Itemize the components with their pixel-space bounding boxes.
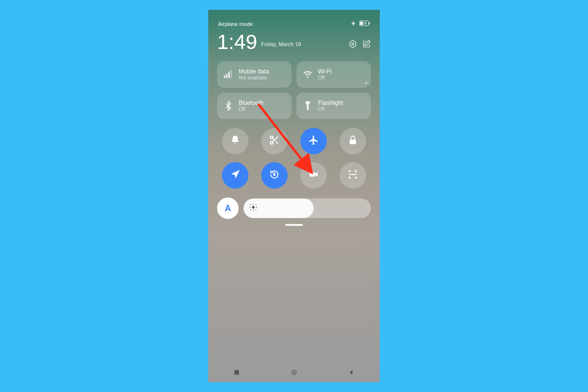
wifi-icon (302, 69, 313, 80)
tile-sub: Not available (239, 75, 269, 81)
signal-icon (223, 69, 234, 80)
svg-point-10 (307, 77, 308, 78)
brightness-icon (249, 203, 257, 213)
svg-rect-8 (228, 72, 230, 78)
brightness-fill (244, 198, 314, 218)
svg-line-23 (256, 210, 256, 210)
tile-title: Wi-Fi (318, 68, 332, 75)
status-bar: Airplane mode 28 (217, 19, 371, 32)
tile-title: Mobile data (239, 68, 269, 75)
svg-point-11 (270, 136, 273, 139)
svg-rect-9 (231, 70, 232, 78)
edit-icon[interactable] (362, 40, 371, 50)
tile-mobile-data[interactable]: Mobile data Not available (217, 61, 292, 88)
brightness-row: A (217, 197, 371, 219)
tile-sub: Off (239, 106, 264, 112)
bell-icon (230, 135, 241, 147)
tile-title: Flashlight (318, 99, 343, 106)
svg-rect-13 (350, 140, 356, 144)
tile-sub: Off (318, 75, 332, 81)
bluetooth-icon (223, 100, 234, 111)
tile-wifi[interactable]: Wi-Fi Off (296, 61, 371, 88)
auto-brightness-button[interactable]: A (217, 197, 239, 219)
brightness-slider[interactable] (244, 198, 371, 218)
svg-line-24 (256, 204, 256, 205)
svg-rect-7 (226, 74, 227, 78)
tile-screenshot[interactable] (261, 128, 288, 154)
status-icons: 28 (351, 21, 370, 27)
scan-icon (347, 169, 358, 182)
large-tiles: Mobile data Not available Wi-Fi Off Bl (217, 61, 371, 119)
svg-marker-31 (349, 370, 352, 374)
nav-back-button[interactable] (347, 368, 356, 377)
lock-icon (347, 135, 358, 147)
rotate-lock-icon (269, 169, 280, 182)
tile-airplane[interactable] (300, 128, 327, 154)
control-center: Airplane mode 28 1:49 Frida (208, 10, 380, 226)
svg-marker-4 (350, 41, 356, 48)
svg-point-30 (293, 371, 295, 373)
tile-flashlight[interactable]: Flashlight Off (296, 93, 371, 119)
phone-screenshot: Airplane mode 28 1:49 Frida (208, 10, 380, 382)
airplane-status-icon (351, 21, 356, 27)
svg-rect-15 (310, 172, 315, 176)
tile-rotation-lock[interactable] (261, 162, 288, 189)
navigate-icon (230, 169, 241, 182)
drag-handle[interactable] (285, 224, 303, 226)
tile-scanner[interactable] (340, 162, 366, 189)
nav-home-button[interactable] (290, 368, 298, 377)
tile-title: Bluetooth (239, 99, 264, 106)
clock-date: Friday, March 18 (261, 41, 301, 47)
status-label: Airplane mode (218, 21, 253, 27)
clock-row: 1:49 Friday, March 18 (217, 32, 371, 52)
svg-rect-6 (224, 75, 225, 78)
svg-point-17 (252, 206, 254, 208)
scissors-icon (269, 135, 280, 147)
video-icon (308, 169, 319, 182)
tile-lock[interactable] (340, 128, 366, 154)
tile-bluetooth[interactable]: Bluetooth Off (217, 93, 292, 119)
nav-bar (208, 363, 380, 382)
flashlight-icon (302, 100, 313, 111)
svg-point-12 (270, 142, 273, 145)
airplane-icon (308, 135, 319, 147)
small-tiles (221, 128, 367, 189)
svg-rect-1 (369, 22, 370, 24)
tile-screen-record[interactable] (300, 162, 327, 189)
svg-rect-28 (235, 370, 239, 374)
nav-recent-button[interactable] (232, 368, 241, 377)
settings-icon[interactable] (348, 40, 357, 50)
tile-mute[interactable] (222, 128, 248, 154)
battery-icon: 28 (359, 21, 370, 27)
svg-rect-2 (360, 22, 363, 25)
svg-text:28: 28 (363, 22, 367, 25)
tile-sub: Off (318, 106, 343, 112)
svg-line-22 (250, 204, 251, 205)
clock-time: 1:49 (217, 32, 257, 52)
svg-rect-14 (273, 173, 276, 176)
tile-location[interactable] (222, 162, 248, 189)
svg-line-25 (250, 210, 251, 210)
svg-point-5 (352, 43, 354, 46)
